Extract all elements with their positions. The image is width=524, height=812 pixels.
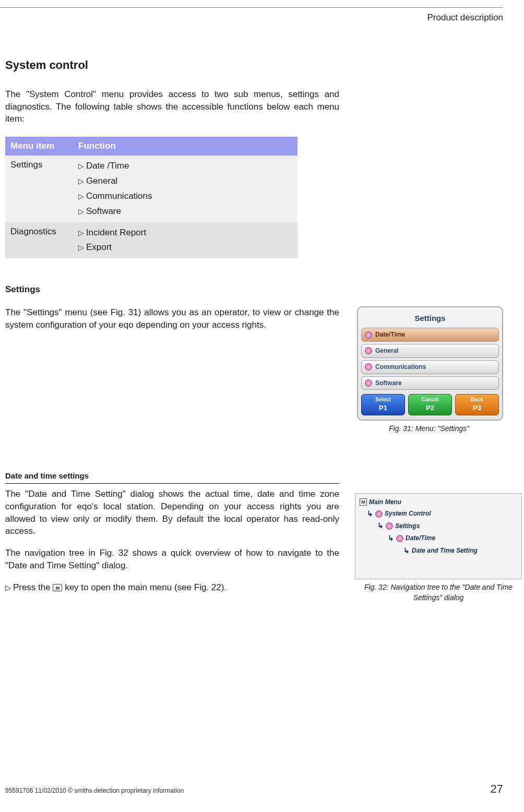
tree-label: Settings	[395, 522, 420, 531]
step-text-a: Press the	[13, 582, 53, 592]
menu-square-icon: M	[360, 498, 367, 506]
tree-label: Date and Time Setting	[412, 546, 478, 555]
dot-icon	[365, 379, 372, 387]
menu-function-table: Menu item Function Settings Date /Time G…	[5, 137, 297, 258]
step-text-b: key to open the main menu (see Fig. 22).	[62, 582, 227, 592]
dot-icon	[365, 331, 372, 339]
table-row: Diagnostics Incident Report Export	[5, 222, 297, 259]
th-menu-item: Menu item	[5, 137, 73, 156]
fig31-item-label: General	[375, 347, 399, 355]
header-section: Product description	[427, 11, 503, 24]
fig31-btn-back[interactable]: Back P3	[455, 394, 499, 415]
top-rule	[0, 7, 503, 8]
fn-item: General	[78, 174, 292, 189]
menu-key-icon: M	[53, 584, 62, 591]
datetime-step: Press the M key to open the main menu (s…	[5, 581, 339, 594]
tree-label: Main Menu	[369, 498, 401, 507]
intro-paragraph: The "System Control" menu provides acces…	[5, 88, 339, 125]
th-function: Function	[73, 137, 297, 156]
cell-functions: Incident Report Export	[73, 222, 297, 259]
arrow-icon: ↳	[403, 546, 410, 556]
fig31-panel: Settings Date/Time General Communication…	[357, 306, 503, 420]
btn-top: Back	[471, 397, 483, 402]
table-row: Settings Date /Time General Communicatio…	[5, 156, 297, 222]
cell-menu-item: Diagnostics	[5, 222, 73, 259]
datetime-p2: The navigation tree in Fig. 32 shows a q…	[5, 547, 339, 572]
btn-top: Select	[375, 397, 390, 402]
tree-row: ↳ Date/Time	[388, 533, 517, 544]
section-divider	[5, 483, 339, 484]
arrow-icon: ↳	[388, 533, 394, 544]
dot-icon	[375, 510, 383, 518]
fig31-item-label: Date/Time	[375, 330, 405, 339]
arrow-icon: ↳	[377, 521, 384, 531]
dot-icon	[386, 522, 393, 530]
dot-icon	[365, 347, 372, 354]
datetime-p1: The "Date and Time Setting" dialog shows…	[5, 488, 339, 538]
page-title: System control	[5, 57, 503, 74]
fn-item: Incident Report	[78, 225, 292, 241]
datetime-heading: Date and time settings	[5, 470, 503, 481]
tree-row: ↳ Settings	[377, 521, 517, 531]
fn-item: Software	[78, 204, 292, 219]
tree-label: Date/Time	[406, 534, 435, 543]
fig31-item-general[interactable]: General	[361, 344, 499, 358]
tree-row: ↳ Date and Time Setting	[403, 546, 517, 556]
tree-label: System Control	[385, 509, 431, 518]
fn-item: Date /Time	[78, 159, 292, 174]
fig31-item-label: Software	[375, 379, 402, 388]
table-header-row: Menu item Function	[5, 137, 297, 156]
btn-bottom: P3	[456, 403, 498, 413]
btn-top: Cancel	[422, 397, 439, 402]
fn-item: Communications	[78, 189, 292, 204]
fn-item: Export	[78, 240, 292, 255]
fig31-btn-cancel[interactable]: Cancel P2	[408, 394, 452, 415]
fig31-item-datetime[interactable]: Date/Time	[361, 328, 499, 342]
page-number: 27	[491, 781, 503, 797]
page-content: System control The "System Control" menu…	[5, 57, 503, 603]
settings-paragraph: The "Settings" menu (see Fig. 31) allows…	[5, 306, 339, 331]
page-footer: 95591706 11/02/2010 © smiths detection p…	[5, 781, 503, 797]
footer-left: 95591706 11/02/2010 © smiths detection p…	[5, 786, 184, 795]
tree-row: ↳ System Control	[367, 509, 517, 519]
fig31-title: Settings	[361, 311, 499, 328]
fig31-item-software[interactable]: Software	[361, 376, 499, 390]
dot-icon	[396, 535, 403, 542]
settings-heading: Settings	[5, 283, 503, 296]
btn-bottom: P1	[362, 403, 404, 413]
cell-functions: Date /Time General Communications Softwa…	[73, 156, 297, 222]
fig31-item-communications[interactable]: Communications	[361, 360, 499, 374]
dot-icon	[365, 363, 372, 371]
fig32-caption: Fig. 32: Navigation tree to the "Date an…	[355, 582, 522, 603]
fig31-item-label: Communications	[375, 363, 426, 372]
btn-bottom: P2	[409, 403, 451, 413]
fig32-panel: M Main Menu ↳ System Control ↳ Settings …	[355, 493, 522, 579]
cell-menu-item: Settings	[5, 156, 73, 222]
arrow-icon: ↳	[367, 509, 373, 519]
fig31-caption: Fig. 31: Menu: "Settings"	[355, 424, 503, 434]
tree-row: M Main Menu	[360, 498, 517, 507]
fig31-btn-select[interactable]: Select P1	[361, 394, 405, 415]
